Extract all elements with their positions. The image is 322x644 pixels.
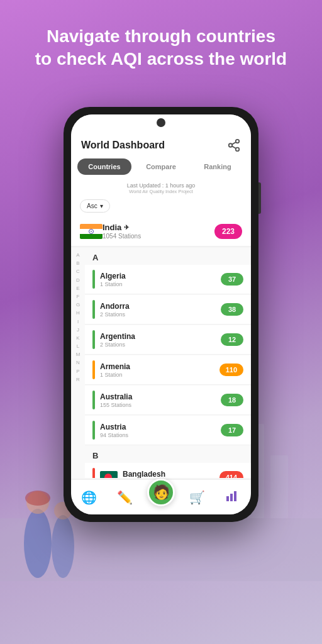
svg-point-8	[25, 491, 50, 506]
aqi-badge: 37	[221, 273, 243, 286]
tab-compare[interactable]: Compare	[134, 158, 188, 175]
aqi-badge: 414	[219, 471, 243, 478]
alpha-f[interactable]: F	[77, 293, 80, 300]
sort-row: Asc ▾	[71, 196, 251, 216]
share-icon[interactable]	[227, 138, 241, 152]
alpha-c[interactable]: C	[76, 268, 80, 275]
alpha-j[interactable]: J	[77, 326, 79, 333]
hero-text: Navigate through countries to check AQI …	[0, 0, 322, 84]
country-row[interactable]: Argentina 2 Stations 12	[85, 325, 251, 355]
tabs-bar: Countries Compare Ranking	[71, 158, 251, 180]
country-info: Austria 94 Stations	[100, 423, 216, 438]
alpha-r[interactable]: R	[76, 376, 80, 383]
country-stations: 94 Stations	[100, 432, 216, 438]
svg-point-6	[24, 509, 52, 578]
svg-rect-18	[80, 234, 103, 239]
country-name: Austria	[100, 423, 216, 431]
svg-rect-24	[230, 494, 233, 501]
country-stations: 1 Station	[100, 281, 216, 287]
country-name: Bangladesh	[123, 470, 214, 479]
country-stations: 155 Stations	[100, 402, 216, 408]
bottom-nav: 🌐 ✏️ 🧑 🛒	[71, 479, 251, 514]
svg-rect-25	[234, 491, 236, 501]
aqi-badge: 18	[221, 394, 243, 406]
aqi-badge: 110	[219, 364, 243, 376]
alpha-h[interactable]: H	[76, 309, 80, 316]
phone-screen: World Dashboard Countries Compare Rankin…	[71, 114, 251, 514]
nav-chart[interactable]	[215, 490, 251, 504]
tab-ranking[interactable]: Ranking	[191, 158, 245, 175]
avatar-button[interactable]: 🧑	[147, 479, 175, 506]
sort-button[interactable]: Asc ▾	[80, 199, 110, 213]
svg-point-20	[91, 231, 92, 232]
featured-country-info: India ✈ 1054 Stations	[103, 223, 214, 240]
country-row[interactable]: Australia 155 Stations 18	[85, 386, 251, 415]
sort-label: Asc	[87, 203, 97, 209]
last-updated: Last Updated : 1 hours ago World Air Qua…	[71, 180, 251, 196]
country-row[interactable]: Algeria 1 Station 37	[85, 265, 251, 294]
featured-country-stations: 1054 Stations	[103, 233, 214, 240]
country-info: Argentina 2 Stations	[100, 332, 216, 348]
nav-avatar[interactable]: 🧑	[143, 489, 179, 506]
country-row[interactable]: Bangladesh 1 Station 414	[85, 463, 251, 478]
chart-icon	[226, 490, 239, 504]
country-info: Algeria 1 Station	[100, 272, 216, 287]
aqi-bar-indicator	[92, 421, 95, 440]
country-info: Armenia 1 Station	[100, 362, 214, 378]
bangladesh-flag	[100, 471, 118, 478]
country-row[interactable]: Andorra 2 Stations 38	[85, 295, 251, 325]
nav-pencil[interactable]: ✏️	[107, 490, 143, 505]
globe-icon: 🌐	[81, 490, 97, 505]
aqi-badge: 17	[221, 424, 243, 436]
alpha-n[interactable]: N	[76, 359, 80, 366]
alpha-i[interactable]: I	[77, 318, 79, 325]
cart-icon: 🛒	[189, 490, 205, 505]
svg-point-9	[52, 515, 74, 578]
country-info: Andorra 2 Stations	[100, 302, 216, 318]
alphabet-sidebar: ABCDEFGHIJKLMNPR	[71, 248, 85, 478]
list-area: ABCDEFGHIJKLMNPR A Algeria 1 Station 37 …	[71, 248, 251, 478]
alpha-b[interactable]: B	[76, 260, 79, 267]
last-updated-text: Last Updated : 1 hours ago	[71, 182, 251, 189]
svg-rect-5	[0, 518, 322, 581]
country-stations: 1 Station	[100, 372, 214, 378]
india-flag	[80, 224, 103, 239]
aqi-bar-indicator	[92, 391, 95, 409]
alpha-g[interactable]: G	[76, 301, 80, 308]
countries-list: A Algeria 1 Station 37 Andorra 2 Station…	[85, 248, 251, 478]
featured-aqi-badge: 223	[214, 224, 242, 239]
svg-point-7	[26, 491, 49, 514]
aqi-badge: 12	[221, 333, 243, 346]
alpha-m[interactable]: M	[76, 351, 80, 358]
nav-globe[interactable]: 🌐	[71, 490, 107, 505]
phone-outer: World Dashboard Countries Compare Rankin…	[64, 107, 258, 522]
alpha-p[interactable]: P	[76, 368, 79, 375]
country-name: Andorra	[100, 302, 216, 311]
country-info: Bangladesh 1 Station	[123, 470, 214, 479]
alpha-l[interactable]: L	[77, 343, 79, 350]
nav-cart[interactable]: 🛒	[179, 490, 215, 505]
source-text: World Air Quality Index Project	[71, 189, 251, 194]
phone-wrapper: World Dashboard Countries Compare Rankin…	[64, 107, 258, 522]
featured-country-name: India ✈	[103, 223, 214, 232]
svg-line-15	[232, 142, 236, 145]
country-stations: 2 Stations	[100, 311, 216, 318]
hero-line1: Navigate through countries	[47, 26, 275, 46]
svg-point-12	[229, 143, 233, 147]
alpha-k[interactable]: K	[76, 335, 79, 341]
alpha-e[interactable]: E	[76, 285, 79, 292]
alpha-a[interactable]: A	[76, 252, 79, 258]
aqi-bar-indicator	[92, 468, 95, 478]
country-name: Australia	[100, 392, 216, 401]
nav-arrow-icon: ✈	[124, 224, 129, 231]
country-name: Algeria	[100, 272, 216, 280]
tab-countries[interactable]: Countries	[77, 158, 131, 175]
alpha-d[interactable]: D	[76, 277, 80, 284]
section-header-b: B	[85, 446, 251, 463]
country-name: Argentina	[100, 332, 216, 341]
country-info: Australia 155 Stations	[100, 392, 216, 408]
country-row[interactable]: Austria 94 Stations 17	[85, 416, 251, 445]
hero-line2: to check AQI across the world	[35, 49, 287, 69]
featured-country: India ✈ 1054 Stations 223	[71, 216, 251, 247]
country-row[interactable]: Armenia 1 Station 110	[85, 355, 251, 385]
